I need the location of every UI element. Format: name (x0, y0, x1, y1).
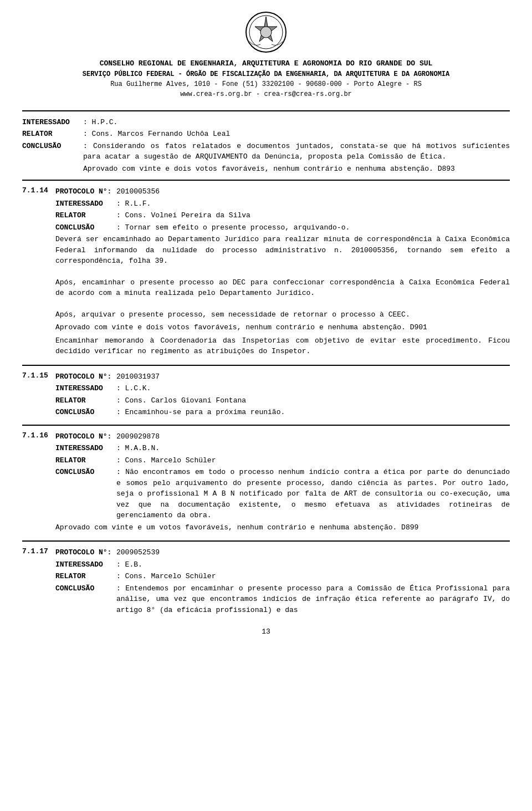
intro-conclusao-value: : Considerando os fatos relatados e docu… (83, 141, 510, 162)
s7115-conclusao-value: : Encaminhou-se para a próxima reunião. (116, 407, 510, 418)
section-7114: 7.1.14 PROTOCOLO N°: 2010005356 INTERESS… (22, 186, 510, 359)
header: CONSELHO REGIONAL DE ENGENHARIA, ARQUITE… (22, 11, 510, 99)
s7116-conclusao-value: : Não encontramos em todo o processo nen… (116, 467, 510, 521)
section-7114-protocol-line: 7.1.14 PROTOCOLO N°: 2010005356 INTERESS… (22, 186, 510, 359)
s7116-conclusao-row: CONCLUSÃO : Não encontramos em todo o pr… (55, 467, 510, 521)
s7117-protocolo-label: PROTOCOLO N°: (55, 547, 116, 558)
section-7115: 7.1.15 PROTOCOLO N°: 2010031937 INTERESS… (22, 371, 510, 419)
s7116-relator-value: : Cons. Marcelo Schüler (116, 455, 510, 466)
s7115-interessado-row: INTERESSADO : L.C.K. (55, 383, 510, 394)
s7117-relator-value: : Cons. Marcelo Schüler (116, 571, 510, 582)
intro-interessado-label: INTERESSADO (22, 117, 83, 128)
s7116-relator-label: RELATOR (55, 455, 116, 466)
header-title-main: CONSELHO REGIONAL DE ENGENHARIA, ARQUITE… (22, 58, 510, 69)
intro-conclusao-label: CONCLUSÃO (22, 141, 83, 162)
intro-conclusao-extra: Aprovado com vinte e dois votos favoráve… (83, 164, 510, 175)
s7115-protocolo-row: PROTOCOLO N°: 2010031937 (55, 371, 510, 382)
s7116-protocolo-row: PROTOCOLO N°: 2009029878 (55, 431, 510, 442)
intro-conclusao-row: CONCLUSÃO : Considerando os fatos relata… (22, 141, 510, 162)
intro-relator-label: RELATOR (22, 129, 83, 140)
page-number: 13 (22, 628, 510, 636)
logo-icon (244, 11, 288, 58)
s7114-relator-label: RELATOR (55, 210, 116, 221)
section-divider-3 (22, 425, 510, 426)
section-divider-2 (22, 365, 510, 366)
s7114-conclusao-row: CONCLUSÃO : Tornar sem efeito o presente… (55, 222, 510, 233)
intro-interessado-row: INTERESSADO : H.P.C. (22, 117, 510, 128)
s7115-relator-row: RELATOR : Cons. Carlos Giovani Fontana (55, 395, 510, 406)
section-7116-block: PROTOCOLO N°: 2009029878 INTERESSADO : M… (55, 431, 510, 535)
intro-relator-row: RELATOR : Cons. Marcos Fernando Uchôa Le… (22, 129, 510, 140)
s7117-protocolo-row: PROTOCOLO N°: 2009052539 (55, 547, 510, 558)
s7114-protocolo-value: 2010005356 (116, 186, 510, 197)
intro-interessado-value: : H.P.C. (83, 117, 510, 128)
section-7117-number: 7.1.17 (22, 547, 50, 555)
s7114-relator-row: RELATOR : Cons. Volnei Pereira da Silva (55, 210, 510, 221)
s7117-relator-row: RELATOR : Cons. Marcelo Schüler (55, 571, 510, 582)
section-divider-4 (22, 540, 510, 542)
section-7114-block: PROTOCOLO N°: 2010005356 INTERESSADO : R… (55, 186, 510, 359)
s7114-extra-3: Aprovado com vinte e dois votos favoráve… (55, 322, 510, 333)
header-address: Rua Guilherme Alves, 1010 - Fone (51) 33… (22, 79, 510, 89)
s7116-relator-row: RELATOR : Cons. Marcelo Schüler (55, 455, 510, 466)
s7114-interessado-label: INTERESSADO (55, 198, 116, 210)
s7116-conclusao-label: CONCLUSÃO (55, 467, 116, 521)
s7116-interessado-value: : M.A.B.N. (116, 443, 510, 454)
s7115-relator-value: : Cons. Carlos Giovani Fontana (116, 395, 510, 406)
s7115-conclusao-label: CONCLUSÃO (55, 407, 116, 418)
section-7114-number: 7.1.14 (22, 186, 50, 195)
section-7117-protocol-line: 7.1.17 PROTOCOLO N°: 2009052539 INTERESS… (22, 547, 510, 616)
s7117-interessado-row: INTERESSADO : E.B. (55, 559, 510, 570)
s7117-interessado-value: : E.B. (116, 559, 510, 570)
svg-point-3 (260, 27, 272, 38)
header-divider (22, 110, 510, 111)
s7115-protocolo-label: PROTOCOLO N°: (55, 371, 116, 382)
s7114-extra-2: Após, arquivar o presente processo, sem … (55, 309, 510, 320)
intro-relator-value: : Cons. Marcos Fernando Uchôa Leal (83, 129, 510, 140)
s7114-protocolo-label: PROTOCOLO N°: (55, 186, 116, 197)
s7114-protocolo-row: PROTOCOLO N°: 2010005356 (55, 186, 510, 197)
s7114-interessado-value: : R.L.F. (116, 198, 510, 210)
s7114-relator-value: : Cons. Volnei Pereira da Silva (116, 210, 510, 221)
s7116-interessado-label: INTERESSADO (55, 443, 116, 454)
s7116-protocolo-value: 2009029878 (116, 431, 510, 442)
intro-section: INTERESSADO : H.P.C. RELATOR : Cons. Mar… (22, 117, 510, 175)
section-7115-number: 7.1.15 (22, 371, 50, 380)
s7115-interessado-label: INTERESSADO (55, 383, 116, 394)
s7117-protocolo-value: 2009052539 (116, 547, 510, 558)
section-7116-protocol-line: 7.1.16 PROTOCOLO N°: 2009029878 INTERESS… (22, 431, 510, 535)
s7117-conclusao-label: CONCLUSÃO (55, 583, 116, 616)
s7114-extra-4: Encaminhar memorando à Coordenadoria das… (55, 335, 510, 357)
s7117-relator-label: RELATOR (55, 571, 116, 582)
section-7117-block: PROTOCOLO N°: 2009052539 INTERESSADO : E… (55, 547, 510, 616)
section-7115-block: PROTOCOLO N°: 2010031937 INTERESSADO : L… (55, 371, 510, 419)
s7115-relator-label: RELATOR (55, 395, 116, 406)
s7117-interessado-label: INTERESSADO (55, 559, 116, 570)
s7115-conclusao-row: CONCLUSÃO : Encaminhou-se para a próxima… (55, 407, 510, 418)
s7114-conclusao-value: : Tornar sem efeito o presente processo,… (116, 222, 510, 233)
s7114-extra-0: Deverá ser encaminhado ao Departamento J… (55, 234, 510, 267)
section-divider-1 (22, 180, 510, 181)
s7114-conclusao-label: CONCLUSÃO (55, 222, 116, 233)
s7116-interessado-row: INTERESSADO : M.A.B.N. (55, 443, 510, 454)
section-7116: 7.1.16 PROTOCOLO N°: 2009029878 INTERESS… (22, 431, 510, 535)
s7116-protocolo-label: PROTOCOLO N°: (55, 431, 116, 442)
s7116-extra-0: Aprovado com vinte e um votos favoráveis… (55, 522, 510, 533)
header-title-sub: SERVIÇO PÚBLICO FEDERAL - ÓRGÃO DE FISCA… (22, 69, 510, 79)
s7114-extra-1: Após, encaminhar o presente processo ao … (55, 277, 510, 299)
s7117-conclusao-row: CONCLUSÃO : Entendemos por encaminhar o … (55, 583, 510, 616)
section-7115-protocol-line: 7.1.15 PROTOCOLO N°: 2010031937 INTERESS… (22, 371, 510, 419)
s7115-interessado-value: : L.C.K. (116, 383, 510, 394)
section-7116-number: 7.1.16 (22, 431, 50, 440)
page: CONSELHO REGIONAL DE ENGENHARIA, ARQUITE… (0, 0, 532, 811)
s7115-protocolo-value: 2010031937 (116, 371, 510, 382)
s7117-conclusao-value: : Entendemos por encaminhar o presente p… (116, 583, 510, 616)
section-7117: 7.1.17 PROTOCOLO N°: 2009052539 INTERESS… (22, 547, 510, 616)
s7114-interessado-row: INTERESSADO : R.L.F. (55, 198, 510, 210)
header-website: www.crea-rs.org.br - crea-rs@crea-rs.org… (22, 89, 510, 99)
